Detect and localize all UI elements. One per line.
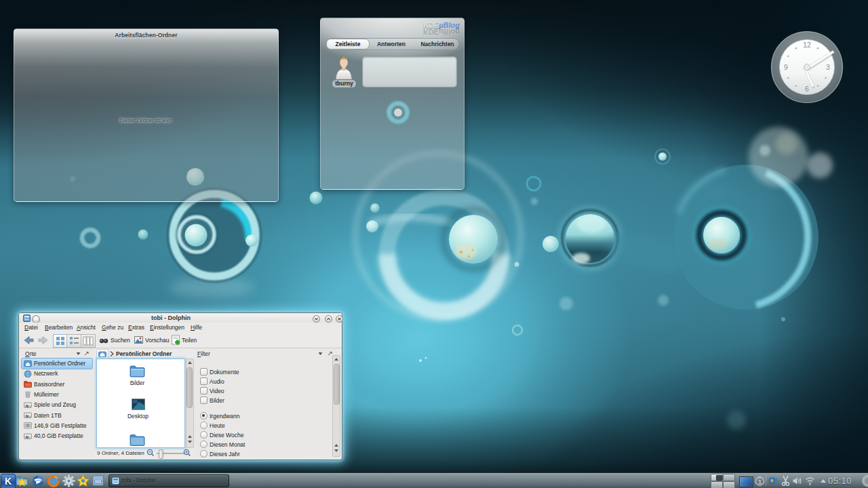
svg-text:N: N — [26, 403, 28, 407]
svg-text:1: 1 — [758, 479, 762, 485]
svg-text:N: N — [26, 434, 28, 439]
svg-text:N: N — [26, 414, 28, 418]
svg-text:12: 12 — [803, 41, 811, 49]
svg-text:9: 9 — [784, 63, 788, 71]
svg-text:3: 3 — [826, 63, 830, 71]
svg-text:6: 6 — [805, 85, 809, 93]
